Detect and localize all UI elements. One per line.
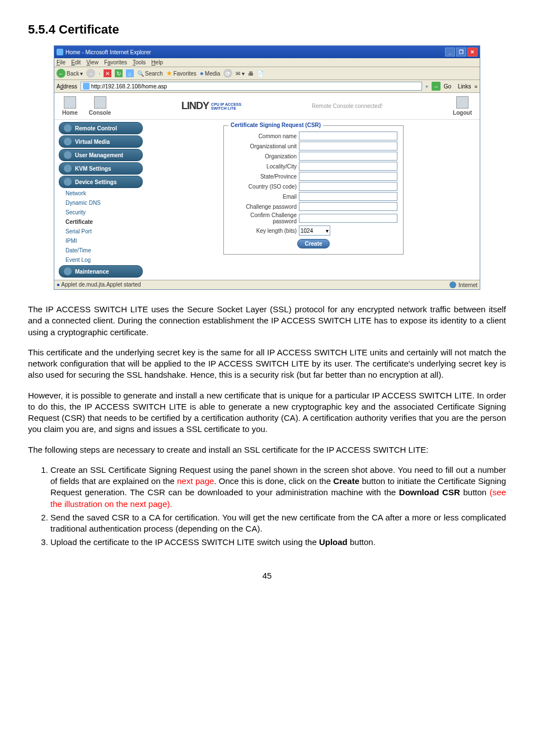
sidebar-device-settings[interactable]: Device Settings [59, 176, 143, 188]
label-organization: Organization [229, 153, 297, 159]
sidebar-virtual-media[interactable]: Virtual Media [59, 135, 143, 148]
sub-certificate[interactable]: Certificate [59, 218, 143, 226]
step-3: Upload the certificate to the IP ACCESS … [50, 537, 506, 548]
sub-security[interactable]: Security [59, 208, 143, 217]
menubar: File Edit View Favorites Tools Help [54, 58, 480, 67]
menu-edit[interactable]: Edit [71, 59, 81, 65]
ie-icon [57, 49, 63, 55]
sub-event-log[interactable]: Event Log [59, 256, 143, 264]
go-button[interactable]: → [432, 82, 441, 91]
menu-help[interactable]: Help [151, 59, 163, 65]
input-organization[interactable] [299, 152, 397, 161]
sub-ipmi[interactable]: IPMI [59, 237, 143, 245]
forward-button[interactable]: → [86, 69, 95, 78]
history-button[interactable]: ⟳ [223, 69, 232, 78]
form-area: Certificate Signing Request (CSR) Common… [147, 120, 480, 280]
minimize-button[interactable]: _ [445, 48, 455, 57]
menu-file[interactable]: File [57, 59, 65, 65]
input-challenge-pw[interactable] [299, 202, 397, 211]
edit-button[interactable]: 📄 [257, 71, 264, 77]
brand-logo: LINDY CPU IP ACCESSSWITCH LITE [181, 100, 241, 112]
toolbar: ←Back ▾ → · ✕ ↻ ⌂ 🔍 Search ★Favorites ●M… [54, 67, 480, 80]
window-title: Home - Microsoft Internet Explorer [65, 49, 151, 55]
label-org-unit: Organizational unit [229, 143, 297, 149]
console-icon [94, 96, 106, 109]
step-2: Send the saved CSR to a CA for certifica… [50, 512, 506, 535]
back-button[interactable]: ←Back ▾ [57, 69, 83, 78]
label-locality: Locality/City [229, 163, 297, 170]
maximize-button[interactable]: ❐ [456, 48, 466, 57]
search-button[interactable]: 🔍 Search [137, 71, 163, 77]
sidebar-maintenance[interactable]: Maintenance [59, 265, 143, 278]
section-heading: 5.5.4 Certificate [28, 22, 506, 37]
home-link[interactable]: Home [62, 96, 78, 116]
app-topbar: Home Console LINDY CPU IP ACCESSSWITCH L… [54, 93, 480, 120]
home-icon [64, 96, 76, 109]
label-common-name: Common name [229, 133, 297, 139]
logout-icon [456, 96, 469, 109]
zone-label: Internet [458, 282, 477, 288]
paragraph-4: The following steps are necessary to cre… [28, 444, 506, 456]
sidebar-kvm-settings[interactable]: KVM Settings [59, 162, 143, 175]
label-keylen: Key length (bits) [229, 228, 297, 234]
go-label: Go [444, 83, 451, 90]
links-expand-icon[interactable]: » [474, 83, 477, 90]
input-locality[interactable] [299, 162, 397, 171]
paragraph-1: The IP ACCESS SWITCH LITE uses the Secur… [28, 304, 506, 338]
media-button[interactable]: ●Media [200, 69, 221, 77]
label-state: State/Province [229, 173, 297, 180]
logout-link[interactable]: Logout [453, 96, 472, 116]
window-titlebar: Home - Microsoft Internet Explorer _ ❐ ✕ [54, 46, 480, 58]
step-1: Create an SSL Certificate Signing Reques… [50, 464, 506, 510]
favorites-button[interactable]: ★Favorites [166, 69, 196, 77]
stop-button[interactable]: ✕ [104, 69, 111, 77]
menu-favorites[interactable]: Favorites [104, 59, 127, 65]
label-email: Email [229, 194, 297, 200]
paragraph-2: This certificate and the underlying secr… [28, 347, 506, 381]
home-button[interactable]: ⌂ [126, 69, 134, 77]
sidebar-user-management[interactable]: User Management [59, 149, 143, 161]
paragraph-3: However, it is possible to generate and … [28, 390, 506, 435]
label-confirm-pw: Confirm Challenge password [229, 212, 297, 224]
input-org-unit[interactable] [299, 142, 397, 151]
sidebar: Remote Control Virtual Media User Manage… [54, 120, 147, 280]
create-button[interactable]: Create [297, 239, 329, 248]
console-link[interactable]: Console [89, 96, 111, 116]
sub-dynamic-dns[interactable]: Dynamic DNS [59, 199, 143, 207]
menu-tools[interactable]: Tools [133, 59, 146, 65]
status-text: ● Applet de.mud.jta.Applet started [57, 281, 141, 288]
ie-screenshot: Home - Microsoft Internet Explorer _ ❐ ✕… [54, 45, 480, 290]
menu-view[interactable]: View [86, 59, 99, 65]
csr-fieldset: Certificate Signing Request (CSR) Common… [223, 125, 404, 255]
page-icon [83, 83, 90, 90]
steps-list: Create an SSL Certificate Signing Reques… [28, 464, 506, 548]
remote-status: Remote Console connected! [312, 103, 382, 109]
input-confirm-pw[interactable] [299, 214, 397, 223]
address-input[interactable]: http://192.168.2.108/home.asp [81, 82, 422, 91]
status-bar: ● Applet de.mud.jta.Applet started Inter… [54, 280, 480, 289]
input-email[interactable] [299, 192, 397, 201]
globe-icon [449, 281, 456, 288]
addressbar: Address http://192.168.2.108/home.asp ▾ … [54, 80, 480, 93]
sub-serial-port[interactable]: Serial Port [59, 227, 143, 236]
label-challenge-pw: Challenge password [229, 204, 297, 210]
address-label: Address [57, 83, 77, 90]
input-common-name[interactable] [299, 132, 397, 140]
input-state[interactable] [299, 172, 397, 181]
print-button[interactable]: 🖶 [248, 71, 254, 77]
label-country: Country (ISO code) [229, 184, 297, 190]
sidebar-remote-control[interactable]: Remote Control [59, 122, 143, 134]
input-country[interactable] [299, 182, 397, 191]
csr-legend: Certificate Signing Request (CSR) [228, 122, 323, 128]
select-keylen[interactable]: 1024▾ [299, 226, 330, 236]
close-button[interactable]: ✕ [467, 48, 477, 57]
sub-date-time[interactable]: Date/Time [59, 246, 143, 255]
sub-network[interactable]: Network [59, 189, 143, 198]
links-label[interactable]: Links [458, 83, 471, 90]
mail-button[interactable]: ✉ ▾ [236, 71, 245, 77]
page-number: 45 [28, 571, 506, 580]
refresh-button[interactable]: ↻ [115, 69, 123, 77]
